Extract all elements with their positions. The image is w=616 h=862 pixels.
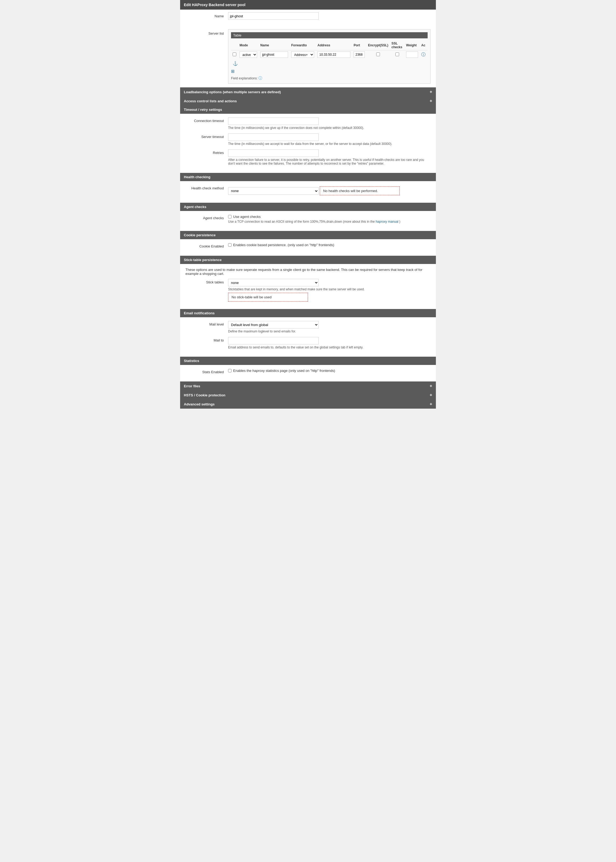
row-name-cell (259, 50, 290, 59)
row-address-input[interactable] (317, 52, 350, 58)
retries-wrap: After a connection failure to a server, … (228, 149, 431, 165)
col-header-name: Name (259, 41, 290, 50)
error-title: Error files (184, 384, 200, 388)
server-table: Mode Name Forwardto Address Port Encrypt… (231, 41, 427, 67)
col-header-check (231, 41, 238, 50)
cookie-section-header[interactable]: Cookie persistence (180, 231, 436, 239)
table-container: Table Mode Name Forwardto Address Port E… (228, 29, 431, 84)
retries-input[interactable] (228, 149, 319, 157)
server-list-label: Server list (185, 29, 228, 35)
mail-to-input[interactable] (228, 337, 319, 344)
loadbalancing-section-header[interactable]: Loadbalancing options (when multiple ser… (180, 87, 436, 96)
error-expand-icon[interactable]: + (430, 383, 432, 388)
add-row-wrap: ⊞ (231, 69, 427, 74)
acl-section-header[interactable]: Access control lists and actions + (180, 96, 436, 105)
name-input[interactable] (228, 12, 319, 20)
health-section-header[interactable]: Health checking (180, 173, 436, 181)
health-check-method-wrap: none No health checks will be performed. (228, 185, 431, 195)
agent-checks-checkbox-label[interactable]: Use agent checks (228, 215, 431, 219)
row-encrypt-cell (366, 50, 390, 59)
table-header-label: Table (231, 32, 427, 38)
cookie-enabled-checkbox[interactable] (228, 243, 231, 247)
row-weight-input[interactable] (406, 52, 418, 58)
row-ssl-checkbox[interactable] (395, 52, 399, 56)
stats-section-header[interactable]: Statistics (180, 357, 436, 365)
row-port-input[interactable] (354, 52, 365, 58)
col-header-port: Port (352, 41, 366, 50)
cookie-title: Cookie persistence (184, 233, 215, 237)
advanced-section-header[interactable]: Advanced settings + (180, 400, 436, 408)
agent-checks-help: Use a TCP connection to read an ASCII st… (228, 220, 431, 223)
cookie-section-body: Cookie Enabled Enables cookie based pers… (180, 239, 436, 256)
server-timeout-row: Server timeout The time (in milliseconds… (185, 133, 431, 146)
server-timeout-help: The time (in milliseconds) we accept to … (228, 142, 431, 146)
name-row: Name (180, 9, 436, 22)
connection-timeout-help: The time (in milliseconds) we give up if… (228, 126, 431, 130)
stats-enabled-checkbox-label[interactable]: Enables the haproxy statistics page (onl… (228, 369, 431, 373)
agent-section-header[interactable]: Agent checks (180, 203, 436, 211)
health-section-body: Health check method none No health check… (180, 181, 436, 203)
name-label: Name (185, 14, 228, 18)
acl-expand-icon[interactable]: + (430, 99, 432, 104)
health-check-method-label: Health check method (185, 185, 228, 190)
anchor-icon[interactable]: ⚓ (233, 61, 238, 66)
row-check-cell (231, 50, 238, 59)
row-encrypt-checkbox[interactable] (376, 52, 380, 56)
health-check-method-select[interactable]: none (228, 187, 319, 195)
agent-checks-label: Agent checks (185, 215, 228, 220)
cookie-enabled-text: Enables cookie based persistence. (only … (233, 243, 334, 247)
col-header-weight: Weight (404, 41, 420, 50)
health-title: Health checking (184, 175, 211, 179)
col-header-mode: Mode (238, 41, 259, 50)
stats-enabled-checkbox[interactable] (228, 369, 231, 372)
email-section-header[interactable]: Email notifications (180, 309, 436, 317)
hsts-title: HSTS / Cookie protection (184, 393, 225, 397)
stats-enabled-row: Stats Enabled Enables the haproxy statis… (185, 369, 431, 374)
anchor-cell: ⚓ (231, 59, 427, 67)
forwardto-select[interactable]: Address+Por (291, 52, 314, 58)
mail-to-label: Mail to (185, 337, 228, 342)
email-section-body: Mail level Default level from global Def… (180, 317, 436, 357)
agent-checks-checkbox[interactable] (228, 215, 231, 218)
row-forwardto-cell: Address+Por (290, 50, 316, 59)
stick-section-body: These options are used to make sure sepe… (180, 264, 436, 309)
mail-to-wrap: Email address to send emails to, default… (228, 337, 431, 349)
timeout-section-header[interactable]: Timeout / retry settings (180, 105, 436, 114)
col-header-encrypt: Encrypt(SSL) (366, 41, 390, 50)
row-ssl-cell (390, 50, 404, 59)
row-port-cell (352, 50, 366, 59)
row-name-input[interactable] (260, 52, 288, 58)
row-mode-cell: active (238, 50, 259, 59)
mail-level-select[interactable]: Default level from global (228, 321, 319, 328)
agent-section-body: Agent checks Use agent checks Use a TCP … (180, 211, 436, 231)
stats-enabled-wrap: Enables the haproxy statistics page (onl… (228, 369, 431, 373)
server-timeout-input[interactable] (228, 133, 319, 141)
cookie-enabled-checkbox-label[interactable]: Enables cookie based persistence. (only … (228, 243, 431, 247)
agent-checks-checkbox-text: Use agent checks (233, 215, 261, 219)
mail-level-row: Mail level Default level from global Def… (185, 321, 431, 333)
mode-select[interactable]: active (239, 52, 257, 58)
connection-timeout-row: Connection timeout The time (in millisec… (185, 118, 431, 130)
stick-table-info-box: No stick-table will be used (228, 293, 308, 301)
add-row-icon[interactable]: ⊞ (231, 69, 234, 74)
stick-section-header[interactable]: Stick-table persistence (180, 256, 436, 264)
advanced-expand-icon[interactable]: + (430, 402, 432, 407)
agent-checks-wrap: Use agent checks Use a TCP connection to… (228, 215, 431, 223)
stick-tables-row: Stick tables none Sticktables that are k… (185, 279, 431, 301)
retries-help: After a connection failure to a server, … (228, 158, 431, 165)
stats-enabled-label: Stats Enabled (185, 369, 228, 374)
connection-timeout-input[interactable] (228, 118, 319, 125)
hsts-expand-icon[interactable]: + (430, 393, 432, 397)
hsts-section-header[interactable]: HSTS / Cookie protection + (180, 391, 436, 400)
haproxy-manual-link[interactable]: haproxy manual (376, 220, 398, 223)
field-explanations-info-icon[interactable]: ⓘ (258, 76, 262, 80)
stats-enabled-text: Enables the haproxy statistics page (onl… (233, 369, 335, 373)
stick-title: Stick-table persistence (184, 258, 222, 262)
server-timeout-wrap: The time (in milliseconds) we accept to … (228, 133, 431, 146)
loadbalancing-expand-icon[interactable]: + (430, 89, 432, 94)
row-checkbox[interactable] (233, 52, 236, 56)
row-info-icon[interactable]: ⓘ (421, 52, 426, 57)
error-section-header[interactable]: Error files + (180, 382, 436, 391)
stick-tables-select[interactable]: none (228, 279, 319, 286)
page-wrapper: Edit HAProxy Backend server pool Name Se… (180, 0, 436, 408)
